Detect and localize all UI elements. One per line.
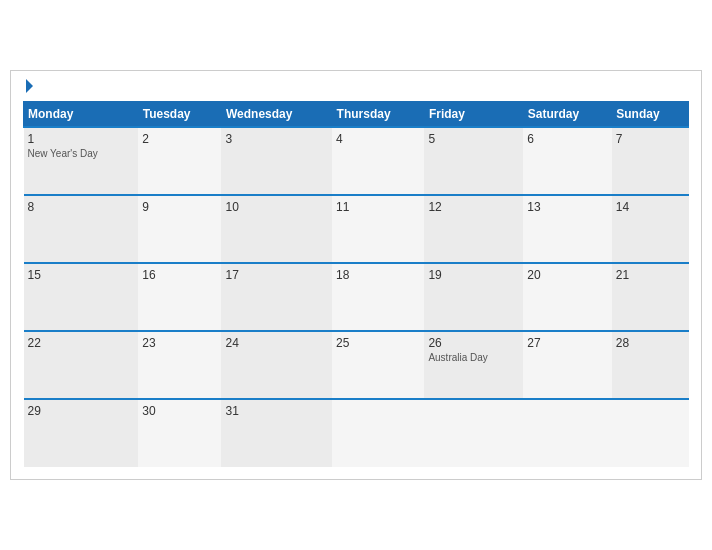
calendar-tbody: 1New Year's Day2345678910111213141516171… bbox=[24, 127, 689, 467]
calendar-cell: 16 bbox=[138, 263, 221, 331]
calendar-cell: 30 bbox=[138, 399, 221, 467]
weekday-header-saturday: Saturday bbox=[523, 102, 611, 128]
day-number: 10 bbox=[225, 200, 328, 214]
calendar-cell: 22 bbox=[24, 331, 139, 399]
holiday-label: Australia Day bbox=[428, 352, 519, 363]
calendar-cell: 24 bbox=[221, 331, 332, 399]
day-number: 25 bbox=[336, 336, 420, 350]
day-number: 11 bbox=[336, 200, 420, 214]
day-number: 8 bbox=[28, 200, 135, 214]
calendar-cell: 17 bbox=[221, 263, 332, 331]
day-number: 1 bbox=[28, 132, 135, 146]
holiday-label: New Year's Day bbox=[28, 148, 135, 159]
calendar-cell: 27 bbox=[523, 331, 611, 399]
calendar-cell: 20 bbox=[523, 263, 611, 331]
calendar-thead: MondayTuesdayWednesdayThursdayFridaySatu… bbox=[24, 102, 689, 128]
day-number: 16 bbox=[142, 268, 217, 282]
calendar-cell: 31 bbox=[221, 399, 332, 467]
calendar-header bbox=[23, 81, 689, 93]
week-row-4: 2223242526Australia Day2728 bbox=[24, 331, 689, 399]
day-number: 24 bbox=[225, 336, 328, 350]
calendar-cell: 3 bbox=[221, 127, 332, 195]
calendar-cell: 6 bbox=[523, 127, 611, 195]
week-row-3: 15161718192021 bbox=[24, 263, 689, 331]
day-number: 18 bbox=[336, 268, 420, 282]
day-number: 2 bbox=[142, 132, 217, 146]
calendar-cell: 12 bbox=[424, 195, 523, 263]
day-number: 4 bbox=[336, 132, 420, 146]
calendar-cell: 25 bbox=[332, 331, 424, 399]
calendar-container: MondayTuesdayWednesdayThursdayFridaySatu… bbox=[10, 70, 702, 480]
calendar-cell: 26Australia Day bbox=[424, 331, 523, 399]
weekday-header-tuesday: Tuesday bbox=[138, 102, 221, 128]
calendar-cell: 8 bbox=[24, 195, 139, 263]
calendar-cell: 18 bbox=[332, 263, 424, 331]
logo bbox=[23, 81, 33, 93]
day-number: 27 bbox=[527, 336, 607, 350]
calendar-cell: 2 bbox=[138, 127, 221, 195]
weekday-header-monday: Monday bbox=[24, 102, 139, 128]
day-number: 31 bbox=[225, 404, 328, 418]
calendar-cell bbox=[332, 399, 424, 467]
day-number: 5 bbox=[428, 132, 519, 146]
calendar-cell: 21 bbox=[612, 263, 689, 331]
calendar-cell: 28 bbox=[612, 331, 689, 399]
logo-blue-text bbox=[23, 81, 33, 93]
weekday-header-friday: Friday bbox=[424, 102, 523, 128]
day-number: 13 bbox=[527, 200, 607, 214]
calendar-cell: 13 bbox=[523, 195, 611, 263]
calendar-cell: 4 bbox=[332, 127, 424, 195]
weekday-header-wednesday: Wednesday bbox=[221, 102, 332, 128]
calendar-cell: 1New Year's Day bbox=[24, 127, 139, 195]
calendar-table: MondayTuesdayWednesdayThursdayFridaySatu… bbox=[23, 101, 689, 467]
calendar-cell: 9 bbox=[138, 195, 221, 263]
day-number: 14 bbox=[616, 200, 685, 214]
weekday-header-sunday: Sunday bbox=[612, 102, 689, 128]
day-number: 19 bbox=[428, 268, 519, 282]
day-number: 7 bbox=[616, 132, 685, 146]
day-number: 30 bbox=[142, 404, 217, 418]
day-number: 9 bbox=[142, 200, 217, 214]
calendar-cell: 10 bbox=[221, 195, 332, 263]
calendar-cell bbox=[612, 399, 689, 467]
calendar-cell: 15 bbox=[24, 263, 139, 331]
day-number: 28 bbox=[616, 336, 685, 350]
week-row-5: 293031 bbox=[24, 399, 689, 467]
calendar-cell: 7 bbox=[612, 127, 689, 195]
day-number: 21 bbox=[616, 268, 685, 282]
day-number: 20 bbox=[527, 268, 607, 282]
week-row-2: 891011121314 bbox=[24, 195, 689, 263]
calendar-cell: 23 bbox=[138, 331, 221, 399]
day-number: 29 bbox=[28, 404, 135, 418]
weekday-header-thursday: Thursday bbox=[332, 102, 424, 128]
calendar-cell: 5 bbox=[424, 127, 523, 195]
calendar-cell: 19 bbox=[424, 263, 523, 331]
calendar-cell: 14 bbox=[612, 195, 689, 263]
day-number: 22 bbox=[28, 336, 135, 350]
day-number: 3 bbox=[225, 132, 328, 146]
day-number: 12 bbox=[428, 200, 519, 214]
day-number: 15 bbox=[28, 268, 135, 282]
logo-triangle-icon bbox=[26, 79, 33, 93]
calendar-cell: 11 bbox=[332, 195, 424, 263]
day-number: 26 bbox=[428, 336, 519, 350]
day-number: 23 bbox=[142, 336, 217, 350]
calendar-cell: 29 bbox=[24, 399, 139, 467]
week-row-1: 1New Year's Day234567 bbox=[24, 127, 689, 195]
weekday-header-row: MondayTuesdayWednesdayThursdayFridaySatu… bbox=[24, 102, 689, 128]
day-number: 17 bbox=[225, 268, 328, 282]
calendar-cell bbox=[424, 399, 523, 467]
calendar-cell bbox=[523, 399, 611, 467]
day-number: 6 bbox=[527, 132, 607, 146]
